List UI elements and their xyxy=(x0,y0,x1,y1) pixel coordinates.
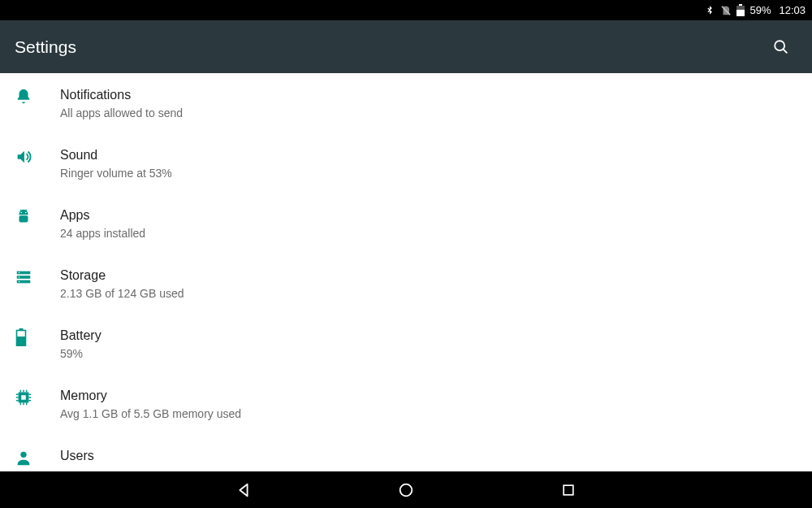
storage-icon xyxy=(15,267,60,286)
battery-icon xyxy=(15,327,60,346)
svg-line-4 xyxy=(784,49,788,53)
settings-item-notifications[interactable]: NotificationsAll apps allowed to send xyxy=(0,73,812,133)
settings-item-text: Battery59% xyxy=(60,327,797,361)
memory-icon xyxy=(15,387,60,406)
svg-rect-2 xyxy=(736,10,745,16)
settings-item-subtitle: 59% xyxy=(60,346,797,361)
settings-item-storage[interactable]: Storage2.13 GB of 124 GB used xyxy=(0,254,812,314)
svg-rect-20 xyxy=(21,395,26,400)
svg-point-7 xyxy=(25,212,27,214)
settings-item-title: Notifications xyxy=(60,86,797,104)
volume-icon xyxy=(15,146,60,166)
settings-item-title: Storage xyxy=(60,267,797,284)
svg-rect-18 xyxy=(17,336,26,346)
navigation-bar xyxy=(0,471,812,508)
search-button[interactable] xyxy=(765,31,797,63)
settings-item-subtitle: All apps allowed to send xyxy=(60,106,797,120)
settings-item-title: Apps xyxy=(60,206,797,224)
settings-item-battery[interactable]: Battery59% xyxy=(0,314,812,374)
nav-home-button[interactable] xyxy=(394,478,418,502)
svg-point-14 xyxy=(19,276,19,277)
settings-item-subtitle: 2.13 GB of 124 GB used xyxy=(60,286,797,301)
svg-point-6 xyxy=(20,212,22,214)
settings-item-text: NotificationsAll apps allowed to send xyxy=(60,86,797,120)
settings-item-subtitle: Avg 1.1 GB of 5.5 GB memory used xyxy=(60,406,797,421)
settings-item-text: Storage2.13 GB of 124 GB used xyxy=(60,267,797,301)
settings-item-text: SoundRinger volume at 53% xyxy=(60,146,797,180)
square-recent-icon xyxy=(560,482,577,498)
search-icon xyxy=(772,38,790,56)
android-icon xyxy=(15,206,60,226)
settings-item-title: Sound xyxy=(60,146,797,164)
clock-text: 12:03 xyxy=(779,4,806,16)
user-icon xyxy=(15,447,60,467)
svg-point-3 xyxy=(775,41,784,50)
battery-status-icon xyxy=(736,4,745,16)
settings-item-subtitle: 24 apps installed xyxy=(60,226,797,241)
svg-rect-5 xyxy=(19,215,28,222)
nav-back-button[interactable] xyxy=(231,478,256,502)
svg-point-13 xyxy=(19,272,19,273)
settings-item-title: Memory xyxy=(60,387,797,405)
app-bar: Settings xyxy=(0,20,812,73)
settings-item-text: MemoryAvg 1.1 GB of 5.5 GB memory used xyxy=(60,387,797,421)
nav-recent-button[interactable] xyxy=(556,478,581,502)
triangle-back-icon xyxy=(235,481,253,499)
battery-pct-text: 59% xyxy=(749,4,771,16)
settings-item-text: Apps24 apps installed xyxy=(60,206,797,241)
settings-item-sound[interactable]: SoundRinger volume at 53% xyxy=(0,133,812,193)
bell-icon xyxy=(15,86,60,106)
settings-item-text: Users xyxy=(60,447,797,465)
settings-item-apps[interactable]: Apps24 apps installed xyxy=(0,193,812,254)
svg-point-21 xyxy=(20,452,26,458)
bluetooth-icon xyxy=(704,5,715,16)
svg-point-22 xyxy=(400,484,412,496)
settings-item-users[interactable]: Users xyxy=(0,434,812,471)
page-title: Settings xyxy=(15,37,76,57)
circle-home-icon xyxy=(397,481,415,499)
settings-item-title: Battery xyxy=(60,327,797,345)
settings-item-memory[interactable]: MemoryAvg 1.1 GB of 5.5 GB memory used xyxy=(0,374,812,434)
svg-rect-23 xyxy=(564,485,573,495)
svg-point-15 xyxy=(19,281,19,282)
svg-rect-0 xyxy=(739,4,742,6)
settings-item-subtitle: Ringer volume at 53% xyxy=(60,166,797,180)
status-bar: 59% 12:03 xyxy=(0,0,812,20)
settings-item-title: Users xyxy=(60,447,797,465)
settings-list[interactable]: NotificationsAll apps allowed to sendSou… xyxy=(0,73,812,471)
no-sim-icon xyxy=(720,5,732,16)
